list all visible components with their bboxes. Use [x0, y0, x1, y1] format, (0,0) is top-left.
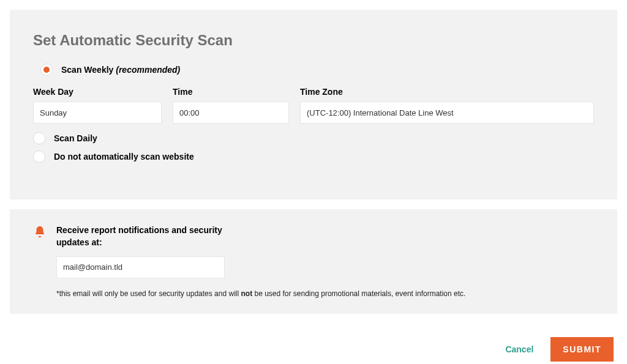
- radio-no-scan[interactable]: Do not automatically scan website: [33, 150, 594, 163]
- time-select[interactable]: 00:00: [173, 102, 289, 124]
- timezone-label: Time Zone: [300, 87, 594, 97]
- schedule-fields: Week Day Sunday Time 00:00 Time Zone (UT…: [33, 87, 594, 124]
- bell-icon: [33, 225, 47, 239]
- radio-scan-daily[interactable]: Scan Daily: [33, 132, 594, 144]
- radio-icon: [33, 150, 45, 163]
- weekday-label: Week Day: [33, 87, 162, 97]
- radio-daily-label: Scan Daily: [54, 133, 97, 143]
- radio-none-label: Do not automatically scan website: [54, 152, 194, 162]
- footer-actions: Cancel SUBMIT: [0, 314, 627, 364]
- disclaimer-text: *this email will only be used for securi…: [56, 289, 594, 298]
- radio-scan-weekly[interactable]: Scan Weekly (recommended): [40, 64, 594, 76]
- notification-title: Receive report notifications and securit…: [56, 224, 240, 249]
- page-title: Set Automatic Security Scan: [33, 32, 594, 49]
- radio-weekly-label: Scan Weekly (recommended): [61, 65, 180, 75]
- email-field[interactable]: mail@domain.tld: [56, 256, 225, 278]
- timezone-select[interactable]: (UTC-12:00) International Date Line West: [300, 102, 594, 124]
- scan-schedule-panel: Set Automatic Security Scan Scan Weekly …: [10, 10, 617, 199]
- notification-panel: Receive report notifications and securit…: [10, 209, 617, 314]
- weekday-select[interactable]: Sunday: [33, 102, 162, 124]
- radio-icon: [33, 132, 45, 144]
- radio-icon: [40, 64, 53, 76]
- submit-button[interactable]: SUBMIT: [550, 337, 614, 362]
- cancel-button[interactable]: Cancel: [505, 344, 533, 354]
- time-label: Time: [173, 87, 289, 97]
